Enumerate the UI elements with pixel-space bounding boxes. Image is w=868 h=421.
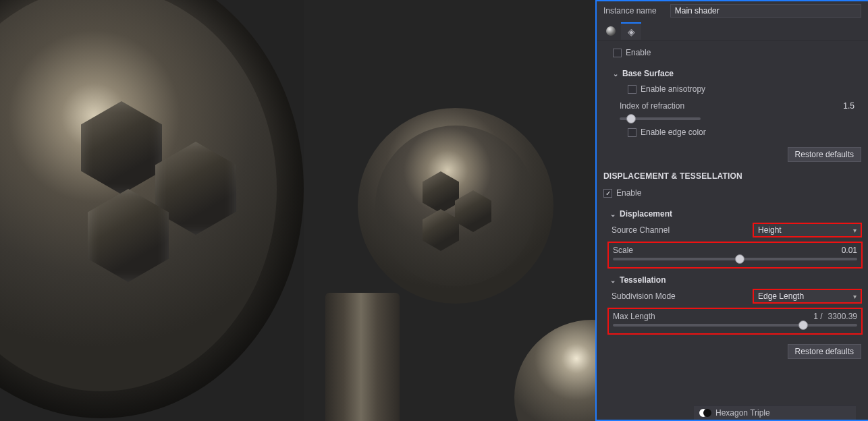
instance-name-label: Instance name — [603, 6, 657, 16]
chevron-down-icon: ▾ — [853, 293, 857, 300]
chevron-down-icon[interactable]: ⌄ — [610, 210, 617, 218]
tab-material[interactable] — [601, 22, 621, 40]
enable-label: Enable — [626, 48, 651, 57]
shader-tab-row: ◈ — [597, 20, 868, 40]
displacement-header: Displacement — [620, 209, 672, 219]
properties-panel: Instance name ◈ Enable ⌄ Base Surface En… — [595, 0, 868, 421]
max-length-numerator[interactable]: 1 / — [813, 312, 822, 321]
edge-color-checkbox[interactable] — [628, 128, 636, 137]
max-length-group: Max Length 1 / 3300.39 — [607, 308, 863, 335]
restore-defaults-button-2[interactable]: Restore defaults — [788, 344, 861, 359]
render-disc-small — [358, 108, 553, 304]
source-channel-select[interactable]: Height ▾ — [753, 223, 861, 237]
render-slab — [325, 293, 400, 421]
tab-shader[interactable]: ◈ — [621, 22, 641, 40]
shader-icon: ◈ — [626, 27, 636, 36]
max-length-value[interactable]: 3300.39 — [828, 312, 857, 321]
chevron-down-icon[interactable]: ⌄ — [613, 70, 620, 78]
viewport — [0, 0, 595, 421]
scale-slider[interactable] — [613, 258, 857, 260]
instance-name-input[interactable] — [670, 4, 861, 18]
enable-checkbox[interactable] — [613, 49, 622, 57]
max-length-slider[interactable] — [613, 324, 857, 327]
layer-footer[interactable]: Hexagon Triple — [694, 405, 856, 420]
chevron-down-icon: ▾ — [853, 227, 857, 234]
scale-label: Scale — [613, 246, 633, 255]
viewport-right[interactable] — [304, 0, 595, 421]
tessellation-header: Tessellation — [620, 275, 666, 285]
anisotropy-checkbox[interactable] — [628, 85, 636, 94]
edge-color-label: Enable edge color — [641, 128, 706, 137]
restore-defaults-button[interactable]: Restore defaults — [788, 147, 861, 162]
scale-value[interactable]: 0.01 — [842, 246, 857, 255]
disp-enable-label: Enable — [616, 188, 641, 198]
max-length-label: Max Length — [613, 312, 655, 321]
sphere-icon — [606, 26, 616, 36]
scale-group: Scale 0.01 — [607, 242, 863, 269]
anisotropy-label: Enable anisotropy — [641, 84, 705, 94]
layer-mask-icon — [699, 409, 711, 417]
subdivision-mode-label: Subdivision Mode — [612, 291, 676, 301]
source-channel-label: Source Channel — [612, 225, 670, 235]
disp-enable-checkbox[interactable]: ✓ — [603, 189, 612, 198]
layer-name: Hexagon Triple — [715, 408, 770, 418]
ior-value[interactable]: 1.5 — [843, 101, 855, 111]
displacement-tessellation-header: DISPLACEMENT & TESSELLATION — [597, 165, 868, 185]
ior-slider[interactable] — [620, 117, 701, 120]
ior-label: Index of refraction — [620, 101, 684, 111]
base-surface-header: Base Surface — [622, 69, 674, 78]
subdivision-mode-select[interactable]: Edge Length ▾ — [753, 289, 861, 303]
viewport-left[interactable] — [0, 0, 304, 421]
chevron-down-icon[interactable]: ⌄ — [610, 277, 617, 284]
